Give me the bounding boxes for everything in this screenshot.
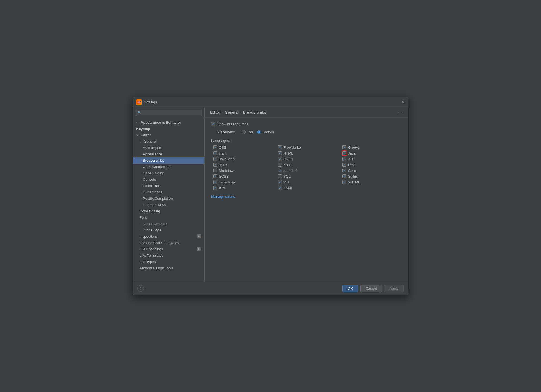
nav-back-button[interactable]: ‹: [398, 110, 400, 115]
search-box[interactable]: 🔍: [135, 110, 202, 116]
sidebar-item-general[interactable]: ∨ General: [133, 138, 204, 145]
lang-groovy-checkbox[interactable]: ✓: [342, 145, 346, 149]
lang-json[interactable]: ✓ JSON: [278, 157, 337, 161]
breadcrumb-separator: ›: [240, 110, 242, 115]
ok-button[interactable]: OK: [342, 285, 358, 292]
sidebar-item-editor-tabs[interactable]: Editor Tabs: [133, 183, 204, 189]
lang-css[interactable]: ✓ CSS: [213, 145, 272, 150]
lang-sql-label: SQL: [283, 174, 291, 179]
sidebar-item-file-encodings[interactable]: File Encodings ⊞: [133, 246, 204, 252]
lang-freemarker-label: FreeMarker: [283, 145, 302, 150]
lang-markdown[interactable]: Markdown: [213, 169, 272, 173]
lang-xml-checkbox[interactable]: ✓: [213, 186, 217, 190]
sidebar-item-console[interactable]: Console: [133, 176, 204, 183]
show-breadcrumbs-checkbox[interactable]: ✓: [211, 122, 215, 126]
lang-yaml-checkbox[interactable]: ✓: [278, 186, 282, 190]
lang-html[interactable]: ✓ HTML: [278, 151, 337, 155]
sidebar-item-label: Android Design Tools: [140, 266, 173, 270]
lang-xhtml-checkbox[interactable]: ✓: [342, 180, 346, 184]
lang-vtl[interactable]: ✓ VTL: [278, 180, 337, 184]
breadcrumb-bar: Editor › General › Breadcrumbs ‹ ›: [205, 107, 408, 118]
help-button[interactable]: ?: [137, 285, 144, 292]
lang-typescript[interactable]: ✓ TypeScript: [213, 180, 272, 184]
sidebar-item-breadcrumbs[interactable]: Breadcrumbs: [133, 157, 204, 164]
sidebar-item-color-scheme[interactable]: › Color Scheme: [133, 221, 204, 227]
lang-java[interactable]: ✓ Java: [342, 151, 401, 155]
lang-java-checkbox[interactable]: ✓: [342, 151, 346, 155]
sidebar-item-code-folding[interactable]: Code Folding: [133, 170, 204, 176]
lang-jsp-checkbox[interactable]: ✓: [342, 157, 346, 161]
lang-javascript[interactable]: ✓ JavaScript: [213, 157, 272, 161]
lang-less[interactable]: ✓ Less: [342, 163, 401, 167]
lang-scss-checkbox[interactable]: ✓: [213, 174, 217, 178]
sidebar-item-gutter-icons[interactable]: Gutter Icons: [133, 189, 204, 195]
sidebar-item-label: Auto Import: [143, 146, 161, 150]
lang-less-checkbox[interactable]: ✓: [342, 163, 346, 167]
lang-stylus-label: Stylus: [348, 174, 358, 179]
lang-sql-checkbox[interactable]: [278, 174, 282, 178]
sidebar-item-smart-keys[interactable]: › Smart Keys: [133, 202, 204, 208]
lang-html-checkbox[interactable]: ✓: [278, 151, 282, 155]
lang-css-checkbox[interactable]: ✓: [213, 145, 217, 149]
lang-typescript-checkbox[interactable]: ✓: [213, 180, 217, 184]
apply-button[interactable]: Apply: [384, 285, 404, 292]
breadcrumb: Editor › General › Breadcrumbs: [210, 110, 266, 115]
lang-stylus-checkbox[interactable]: ✓: [342, 174, 346, 178]
sidebar-item-inspections[interactable]: Inspections ⊞: [133, 233, 204, 240]
lang-protobuf-label: protobuf: [283, 169, 297, 173]
lang-sql[interactable]: SQL: [278, 174, 337, 179]
lang-json-checkbox[interactable]: ✓: [278, 157, 282, 161]
manage-colors-link[interactable]: Manage colors: [211, 194, 235, 199]
sidebar-item-file-types[interactable]: File Types: [133, 259, 204, 265]
lang-freemarker-checkbox[interactable]: ✓: [278, 145, 282, 149]
lang-kotlin-checkbox[interactable]: [278, 163, 282, 167]
lang-jsp[interactable]: ✓ JSP: [342, 157, 401, 161]
sidebar-item-postfix-completion[interactable]: Postfix Completion: [133, 195, 204, 202]
sidebar-item-android-design-tools[interactable]: Android Design Tools: [133, 265, 204, 271]
lang-kotlin[interactable]: Kotlin: [278, 163, 337, 167]
lang-sass-checkbox[interactable]: ✓: [342, 169, 346, 172]
lang-protobuf[interactable]: ✓ protobuf: [278, 169, 337, 173]
sidebar-item-editor[interactable]: ∨ Editor: [133, 132, 204, 138]
sidebar-item-live-templates[interactable]: Live Templates: [133, 252, 204, 259]
lang-haml-checkbox[interactable]: ✓: [213, 151, 217, 155]
radio-top[interactable]: Top: [242, 130, 253, 134]
placement-label: Placement:: [217, 130, 235, 134]
sidebar-item-code-completion[interactable]: Code Completion: [133, 164, 204, 170]
sidebar-item-code-style[interactable]: › Code Style: [133, 227, 204, 233]
sidebar-item-label: Live Templates: [140, 253, 163, 258]
sidebar-item-code-editing[interactable]: Code Editing: [133, 208, 204, 214]
lang-protobuf-checkbox[interactable]: ✓: [278, 169, 282, 172]
sidebar-item-file-code-templates[interactable]: File and Code Templates: [133, 240, 204, 246]
lang-jspx-checkbox[interactable]: ✓: [213, 163, 217, 167]
lang-markdown-checkbox[interactable]: [213, 169, 217, 172]
lang-yaml[interactable]: ✓ YAML: [278, 186, 337, 190]
lang-css-label: CSS: [219, 145, 226, 150]
sidebar-item-font[interactable]: Font: [133, 214, 204, 221]
lang-jspx[interactable]: ✓ JSPX: [213, 163, 272, 167]
lang-xhtml[interactable]: ✓ XHTML: [342, 180, 401, 184]
lang-freemarker[interactable]: ✓ FreeMarker: [278, 145, 337, 150]
chevron-icon: ›: [140, 229, 142, 232]
nav-forward-button[interactable]: ›: [401, 110, 403, 115]
sidebar-item-appearance[interactable]: Appearance: [133, 151, 204, 157]
radio-bottom[interactable]: Bottom: [257, 130, 274, 134]
lang-vtl-checkbox[interactable]: ✓: [278, 180, 282, 184]
lang-scss-label: SCSS: [219, 174, 229, 179]
lang-vtl-label: VTL: [283, 180, 290, 184]
lang-xml[interactable]: ✓ XML: [213, 186, 272, 190]
close-button[interactable]: ✕: [400, 100, 405, 104]
sidebar-item-label: File and Code Templates: [140, 241, 179, 245]
sidebar-item-appearance-behavior[interactable]: › Appearance & Behavior: [133, 119, 204, 126]
lang-javascript-checkbox[interactable]: ✓: [213, 157, 217, 161]
sidebar-item-keymap[interactable]: Keymap: [133, 126, 204, 132]
main-content: Editor › General › Breadcrumbs ‹ › ✓ Sho…: [205, 107, 408, 282]
lang-groovy[interactable]: ✓ Groovy: [342, 145, 401, 150]
lang-haml[interactable]: ✓ Haml: [213, 151, 272, 155]
cancel-button[interactable]: Cancel: [360, 285, 382, 292]
lang-stylus[interactable]: ✓ Stylus: [342, 174, 401, 179]
sidebar-item-auto-import[interactable]: Auto Import: [133, 145, 204, 151]
lang-scss[interactable]: ✓ SCSS: [213, 174, 272, 179]
lang-sass[interactable]: ✓ Sass: [342, 169, 401, 173]
lang-xml-label: XML: [219, 186, 226, 190]
